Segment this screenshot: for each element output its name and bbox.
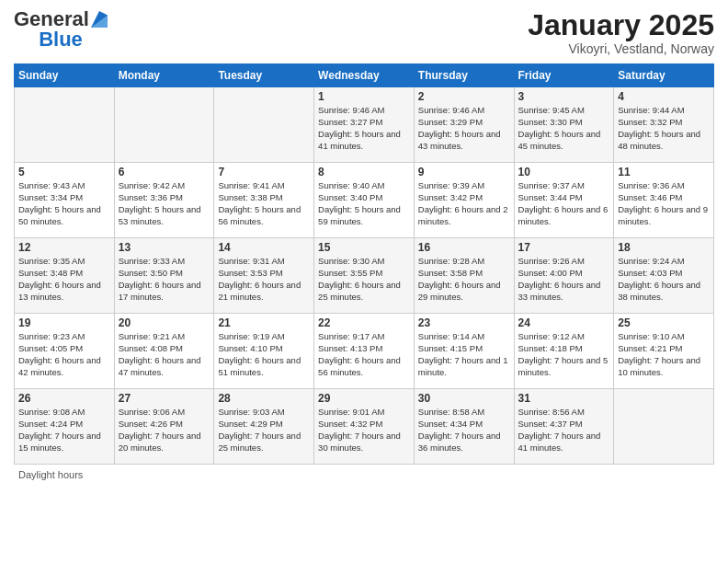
day-info: Sunrise: 9:06 AM Sunset: 4:26 PM Dayligh… <box>119 407 210 454</box>
week-row-4: 19Sunrise: 9:23 AM Sunset: 4:05 PM Dayli… <box>15 314 714 389</box>
day-number: 24 <box>518 316 610 329</box>
day-cell: 22Sunrise: 9:17 AM Sunset: 4:13 PM Dayli… <box>314 314 415 389</box>
day-number: 5 <box>18 166 110 178</box>
day-cell: 8Sunrise: 9:40 AM Sunset: 3:40 PM Daylig… <box>314 163 415 238</box>
day-info: Sunrise: 9:19 AM Sunset: 4:10 PM Dayligh… <box>218 331 310 378</box>
day-info: Sunrise: 9:41 AM Sunset: 3:38 PM Dayligh… <box>218 180 310 227</box>
page: General Blue January 2025 Vikoyri, Vestl… <box>0 0 728 489</box>
day-info: Sunrise: 9:35 AM Sunset: 3:48 PM Dayligh… <box>18 256 110 303</box>
day-cell: 28Sunrise: 9:03 AM Sunset: 4:29 PM Dayli… <box>214 389 314 465</box>
day-info: Sunrise: 9:46 AM Sunset: 3:27 PM Dayligh… <box>318 105 410 152</box>
logo-blue-text: Blue <box>14 29 108 50</box>
day-cell: 21Sunrise: 9:19 AM Sunset: 4:10 PM Dayli… <box>214 314 314 389</box>
day-info: Sunrise: 9:40 AM Sunset: 3:40 PM Dayligh… <box>318 180 410 227</box>
day-info: Sunrise: 9:24 AM Sunset: 4:03 PM Dayligh… <box>618 256 710 303</box>
day-cell: 14Sunrise: 9:31 AM Sunset: 3:53 PM Dayli… <box>214 238 314 314</box>
subtitle: Vikoyri, Vestland, Norway <box>528 41 714 56</box>
day-number: 4 <box>618 90 710 103</box>
day-number: 16 <box>418 241 510 254</box>
day-number: 7 <box>218 166 310 178</box>
day-number: 14 <box>218 241 310 254</box>
day-info: Sunrise: 9:44 AM Sunset: 3:32 PM Dayligh… <box>618 105 710 152</box>
day-info: Sunrise: 9:45 AM Sunset: 3:30 PM Dayligh… <box>518 105 610 152</box>
day-info: Sunrise: 9:43 AM Sunset: 3:34 PM Dayligh… <box>18 180 110 227</box>
col-header-monday: Monday <box>114 64 214 87</box>
day-cell: 3Sunrise: 9:45 AM Sunset: 3:30 PM Daylig… <box>514 87 614 163</box>
daylight-label: Daylight hours <box>18 469 83 480</box>
day-info: Sunrise: 9:17 AM Sunset: 4:13 PM Dayligh… <box>318 331 410 378</box>
day-info: Sunrise: 9:37 AM Sunset: 3:44 PM Dayligh… <box>518 180 610 227</box>
day-number: 19 <box>18 316 110 329</box>
day-info: Sunrise: 9:33 AM Sunset: 3:50 PM Dayligh… <box>119 256 210 303</box>
day-number: 23 <box>418 316 510 329</box>
day-number: 8 <box>318 166 410 178</box>
day-info: Sunrise: 9:26 AM Sunset: 4:00 PM Dayligh… <box>518 256 610 303</box>
calendar-table: SundayMondayTuesdayWednesdayThursdayFrid… <box>14 63 714 465</box>
day-number: 26 <box>18 392 110 405</box>
day-number: 10 <box>518 166 610 178</box>
day-number: 13 <box>119 241 210 254</box>
day-info: Sunrise: 9:14 AM Sunset: 4:15 PM Dayligh… <box>418 331 510 378</box>
day-number: 2 <box>418 90 510 103</box>
day-number: 11 <box>618 166 710 178</box>
day-cell: 27Sunrise: 9:06 AM Sunset: 4:26 PM Dayli… <box>114 389 214 465</box>
day-number: 9 <box>418 166 510 178</box>
day-info: Sunrise: 9:30 AM Sunset: 3:55 PM Dayligh… <box>318 256 410 303</box>
day-number: 17 <box>518 241 610 254</box>
day-cell: 4Sunrise: 9:44 AM Sunset: 3:32 PM Daylig… <box>614 87 714 163</box>
header: General Blue January 2025 Vikoyri, Vestl… <box>14 9 714 56</box>
col-header-thursday: Thursday <box>414 64 514 87</box>
day-cell: 29Sunrise: 9:01 AM Sunset: 4:32 PM Dayli… <box>314 389 415 465</box>
day-cell: 24Sunrise: 9:12 AM Sunset: 4:18 PM Dayli… <box>514 314 614 389</box>
day-number: 6 <box>119 166 210 178</box>
day-info: Sunrise: 9:36 AM Sunset: 3:46 PM Dayligh… <box>618 180 710 227</box>
col-header-tuesday: Tuesday <box>214 64 314 87</box>
day-number: 22 <box>318 316 410 329</box>
day-cell: 6Sunrise: 9:42 AM Sunset: 3:36 PM Daylig… <box>114 163 214 238</box>
day-info: Sunrise: 9:01 AM Sunset: 4:32 PM Dayligh… <box>318 407 410 454</box>
day-number: 31 <box>518 392 610 405</box>
day-number: 18 <box>618 241 710 254</box>
day-cell: 17Sunrise: 9:26 AM Sunset: 4:00 PM Dayli… <box>514 238 614 314</box>
day-cell: 11Sunrise: 9:36 AM Sunset: 3:46 PM Dayli… <box>614 163 714 238</box>
day-cell: 12Sunrise: 9:35 AM Sunset: 3:48 PM Dayli… <box>15 238 115 314</box>
day-cell: 26Sunrise: 9:08 AM Sunset: 4:24 PM Dayli… <box>15 389 115 465</box>
day-info: Sunrise: 9:39 AM Sunset: 3:42 PM Dayligh… <box>418 180 510 227</box>
day-info: Sunrise: 9:03 AM Sunset: 4:29 PM Dayligh… <box>218 407 310 454</box>
col-header-wednesday: Wednesday <box>314 64 415 87</box>
day-cell <box>214 87 314 163</box>
day-cell: 1Sunrise: 9:46 AM Sunset: 3:27 PM Daylig… <box>314 87 415 163</box>
day-number: 28 <box>218 392 310 405</box>
day-number: 15 <box>318 241 410 254</box>
day-number: 12 <box>18 241 110 254</box>
week-row-5: 26Sunrise: 9:08 AM Sunset: 4:24 PM Dayli… <box>15 389 714 465</box>
day-cell: 19Sunrise: 9:23 AM Sunset: 4:05 PM Dayli… <box>15 314 115 389</box>
day-cell: 13Sunrise: 9:33 AM Sunset: 3:50 PM Dayli… <box>114 238 214 314</box>
day-number: 29 <box>318 392 410 405</box>
day-cell: 9Sunrise: 9:39 AM Sunset: 3:42 PM Daylig… <box>414 163 514 238</box>
day-cell <box>15 87 115 163</box>
day-number: 27 <box>119 392 210 405</box>
day-cell <box>614 389 714 465</box>
day-cell: 18Sunrise: 9:24 AM Sunset: 4:03 PM Dayli… <box>614 238 714 314</box>
logo-icon <box>91 11 108 28</box>
day-cell: 5Sunrise: 9:43 AM Sunset: 3:34 PM Daylig… <box>15 163 115 238</box>
day-info: Sunrise: 8:56 AM Sunset: 4:37 PM Dayligh… <box>518 407 610 454</box>
day-info: Sunrise: 8:58 AM Sunset: 4:34 PM Dayligh… <box>418 407 510 454</box>
day-cell: 10Sunrise: 9:37 AM Sunset: 3:44 PM Dayli… <box>514 163 614 238</box>
col-header-saturday: Saturday <box>614 64 714 87</box>
day-cell <box>114 87 214 163</box>
title-block: January 2025 Vikoyri, Vestland, Norway <box>528 9 714 56</box>
logo-general-text: General <box>14 9 89 29</box>
day-info: Sunrise: 9:28 AM Sunset: 3:58 PM Dayligh… <box>418 256 510 303</box>
header-row: SundayMondayTuesdayWednesdayThursdayFrid… <box>15 64 714 87</box>
col-header-friday: Friday <box>514 64 614 87</box>
col-header-sunday: Sunday <box>15 64 115 87</box>
day-info: Sunrise: 9:23 AM Sunset: 4:05 PM Dayligh… <box>18 331 110 378</box>
day-info: Sunrise: 9:31 AM Sunset: 3:53 PM Dayligh… <box>218 256 310 303</box>
day-cell: 31Sunrise: 8:56 AM Sunset: 4:37 PM Dayli… <box>514 389 614 465</box>
day-number: 21 <box>218 316 310 329</box>
footer: Daylight hours <box>14 469 714 480</box>
day-cell: 16Sunrise: 9:28 AM Sunset: 3:58 PM Dayli… <box>414 238 514 314</box>
day-cell: 30Sunrise: 8:58 AM Sunset: 4:34 PM Dayli… <box>414 389 514 465</box>
